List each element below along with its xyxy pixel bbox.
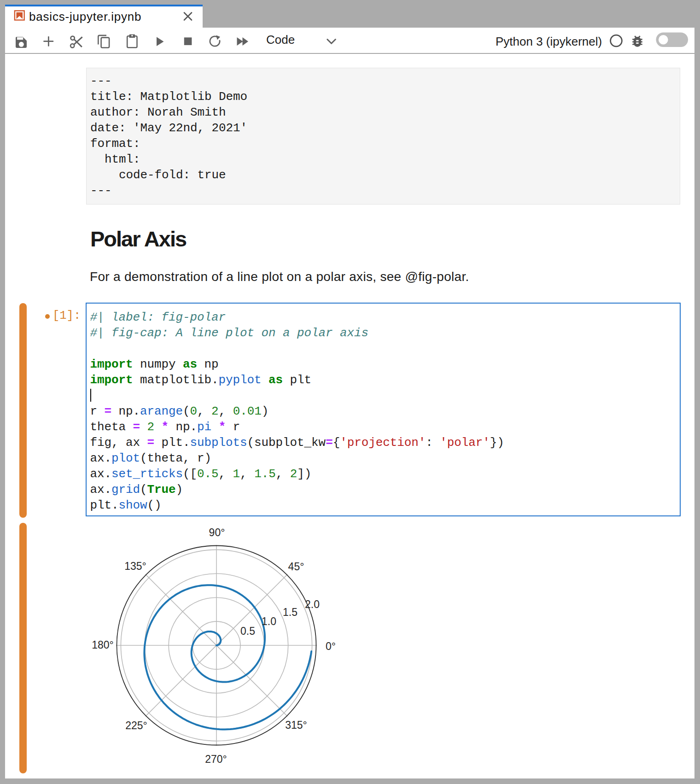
svg-text:1.0: 1.0 <box>262 615 276 627</box>
svg-text:0.5: 0.5 <box>240 625 255 637</box>
svg-text:180°: 180° <box>92 639 114 651</box>
svg-text:2.0: 2.0 <box>305 598 320 610</box>
svg-text:90°: 90° <box>209 527 225 538</box>
svg-text:225°: 225° <box>125 720 147 731</box>
svg-text:45°: 45° <box>288 561 304 573</box>
svg-text:0°: 0° <box>326 640 336 652</box>
svg-text:135°: 135° <box>124 560 146 572</box>
svg-text:315°: 315° <box>285 719 307 731</box>
svg-text:270°: 270° <box>205 753 227 765</box>
svg-text:1.5: 1.5 <box>283 606 298 618</box>
